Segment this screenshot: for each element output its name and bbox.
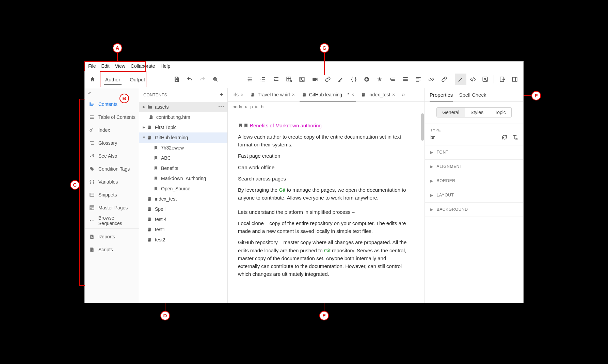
align-button[interactable]: [400, 74, 411, 85]
link-button[interactable]: [322, 74, 334, 85]
numbered-list-button[interactable]: 123: [257, 74, 269, 85]
highlight-button[interactable]: [335, 74, 347, 85]
tab-irls[interactable]: irls×: [229, 88, 247, 101]
outdent-button[interactable]: [387, 74, 398, 85]
author-view-button[interactable]: [455, 74, 466, 85]
annotation-E-line: [324, 303, 324, 311]
plus-circle-button[interactable]: [361, 74, 372, 85]
nav-snippets[interactable]: Snippets: [85, 188, 139, 201]
acc-layout[interactable]: ▶LAYOUT: [425, 188, 523, 203]
justify-button[interactable]: [413, 74, 424, 85]
nav-index-label: Index: [98, 127, 110, 133]
text: By leveraging the: [238, 187, 279, 193]
preview-button[interactable]: [479, 74, 491, 85]
menu-file[interactable]: File: [85, 63, 99, 69]
properties-panel: Properties Spell Check General Styles To…: [425, 88, 523, 303]
home-button[interactable]: [85, 71, 100, 88]
add-content-button[interactable]: +: [220, 91, 223, 98]
video-button[interactable]: [309, 74, 321, 85]
svg-rect-48: [92, 237, 93, 238]
mode-author[interactable]: Author: [100, 71, 125, 88]
tree-item-indextest[interactable]: index_test: [139, 194, 227, 204]
tree-item-test2[interactable]: test2: [139, 235, 227, 245]
nav-glossary[interactable]: Glossary: [85, 137, 139, 149]
seg-general[interactable]: General: [436, 107, 465, 117]
export-button[interactable]: [497, 74, 508, 85]
tab-travel[interactable]: Travel the whirl×: [247, 88, 298, 101]
close-icon[interactable]: ×: [351, 92, 354, 97]
image-button[interactable]: [296, 74, 308, 85]
tree-item-abc[interactable]: ABC: [139, 153, 227, 163]
type-tool-button[interactable]: [512, 134, 518, 140]
source-view-button[interactable]: [467, 74, 479, 85]
broken-link-button[interactable]: [426, 74, 437, 85]
menu-help[interactable]: Help: [158, 63, 173, 69]
tree-item-assets[interactable]: ▶assets•••: [139, 102, 227, 112]
nav-seealso[interactable]: See Also: [85, 149, 139, 162]
link2-button[interactable]: [438, 74, 450, 85]
tree-item-test1[interactable]: test1: [139, 224, 227, 235]
tree-item-github[interactable]: ▼GitHub learning: [139, 132, 227, 143]
save-button[interactable]: [171, 74, 182, 85]
nav-master[interactable]: Master Pages: [85, 201, 139, 214]
acc-font[interactable]: ▶FONT: [425, 145, 523, 160]
panel-toggle-button[interactable]: [509, 74, 521, 85]
acc-border[interactable]: ▶BORDER: [425, 174, 523, 188]
tree-item-opensource[interactable]: Open_Source: [139, 184, 227, 194]
bullet-list-button[interactable]: [244, 74, 256, 85]
find-replace-button[interactable]: [210, 74, 221, 85]
acc-alignment[interactable]: ▶ALIGNMENT: [425, 160, 523, 174]
document-scroll[interactable]: Benefits of Markdown authoring Allows ea…: [228, 112, 425, 303]
braces-button[interactable]: [348, 74, 359, 85]
tree-item-markdown[interactable]: Markdown_Authoring: [139, 173, 227, 184]
nav-browse[interactable]: Browse Sequences: [85, 214, 139, 227]
nav-index[interactable]: Index: [85, 124, 139, 137]
tree-item-7h32[interactable]: 7h32ewew: [139, 143, 227, 153]
scrollbar-thumb[interactable]: [421, 113, 424, 141]
nav-browse-label: Browse Sequences: [98, 215, 139, 226]
tab-properties[interactable]: Properties: [430, 88, 453, 101]
document-content[interactable]: Benefits of Markdown authoring Allows ea…: [228, 112, 418, 292]
git-link: Git: [324, 248, 331, 253]
tab-spell-check[interactable]: Spell Check: [459, 88, 486, 101]
tree-item-benefits[interactable]: Benefits: [139, 163, 227, 173]
tab-indextest[interactable]: index_test×: [357, 88, 398, 101]
nav-scripts[interactable]: Scripts: [85, 243, 139, 256]
crumb-p[interactable]: p: [250, 104, 253, 109]
seg-styles[interactable]: Styles: [465, 107, 489, 117]
nav-contents[interactable]: Contents: [85, 98, 139, 111]
tree-item-test4[interactable]: test 4: [139, 214, 227, 224]
nav-toc[interactable]: Table of Contents: [85, 111, 139, 124]
close-icon[interactable]: ×: [241, 92, 243, 97]
menu-collaborate[interactable]: Collaborate: [128, 63, 158, 69]
table-button[interactable]: [283, 74, 295, 85]
nav-condition[interactable]: Condition Tags: [85, 162, 139, 175]
tree-item-spell[interactable]: Spell: [139, 204, 227, 214]
acc-label: BACKGROUND: [437, 207, 468, 212]
seg-topic[interactable]: Topic: [489, 107, 512, 117]
refresh-button[interactable]: [501, 134, 508, 140]
tree-item-first-topic[interactable]: ▶First Topic: [139, 122, 227, 132]
tabs-overflow-button[interactable]: »: [399, 92, 409, 98]
svg-rect-52: [148, 199, 150, 201]
crumb-br[interactable]: br: [261, 104, 265, 109]
indent-button[interactable]: [270, 74, 282, 85]
nav-variables[interactable]: Variables: [85, 175, 139, 188]
collapse-sidebar-button[interactable]: «: [85, 88, 139, 98]
acc-background[interactable]: ▶BACKGROUND: [425, 203, 523, 217]
more-button[interactable]: •••: [218, 105, 225, 109]
annotation-B-bracket-left: [100, 71, 100, 87]
close-icon[interactable]: ×: [292, 92, 294, 97]
menu-view[interactable]: View: [112, 63, 128, 69]
tree-item-contributing[interactable]: contributing.htm: [139, 112, 227, 122]
tab-github[interactable]: GitHub learning *×: [298, 88, 358, 101]
close-icon[interactable]: ×: [392, 92, 395, 97]
redo-button[interactable]: [197, 74, 208, 85]
crumb-body[interactable]: body: [233, 104, 242, 109]
star-button[interactable]: [374, 74, 385, 85]
undo-button[interactable]: [184, 74, 195, 85]
broken-link-icon: [428, 76, 434, 82]
menu-edit[interactable]: Edit: [99, 63, 112, 69]
annotation-C-bracket-t: [79, 99, 85, 99]
nav-reports[interactable]: Reports: [85, 230, 139, 243]
